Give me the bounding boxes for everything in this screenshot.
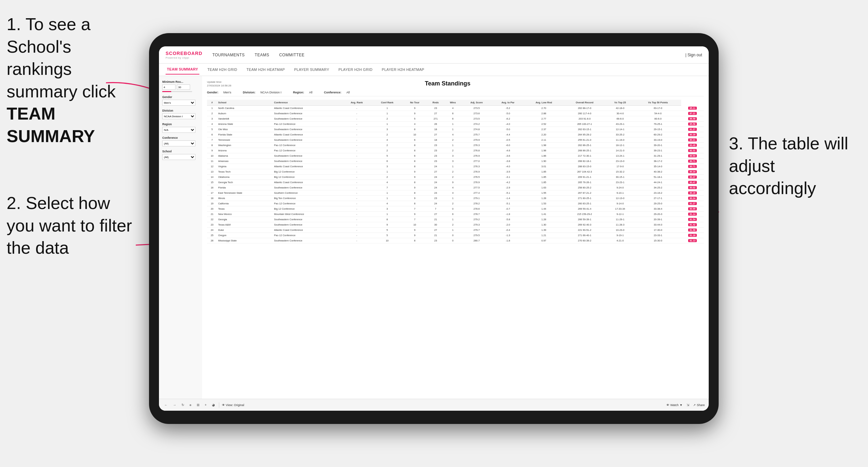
share-button[interactable]: ↗ Share [693,403,705,407]
cell-16-1: East Tennessee State [217,190,273,196]
cell-20-11: 215 159-29-2 [564,212,606,217]
table-row: 10AlabamaSoutheastern Conference-5623327… [207,153,704,159]
cell-12-6: 27 [427,169,444,175]
instruction-2-text: 2. Select how you want to filter the dat… [7,193,132,257]
cell-14-0: 15 [207,180,217,185]
cell-11-5: 8 [403,164,427,169]
cell-6-3: - [342,137,372,143]
cell-3-4: 1 [372,122,403,127]
toolbar-back[interactable]: ← [163,402,169,407]
cell-7-6: 23 [427,143,444,148]
col-adj-score: Adj. Score [461,100,492,106]
cell-5-4: 2 [372,132,403,137]
view-icon: 👁 [222,403,225,407]
nav-tournaments[interactable]: TOURNAMENTS [212,48,245,63]
filter-slider[interactable] [162,91,192,92]
cell-23-11: 221 90-51-2 [564,227,606,233]
table-row: 20TexasBig 12 Conference-3770278.6-0.71.… [207,206,704,212]
filter-school-select[interactable]: (All) [162,154,195,160]
filter-min-input[interactable] [162,85,176,90]
cell-19-0: 20 [207,206,217,212]
toolbar-clock[interactable]: ◕ [211,402,216,407]
toolbar-share-small[interactable]: ⎈ [188,402,193,407]
cell-3-5: 4 [403,122,427,127]
tab-team-h2h-grid[interactable]: TEAM H2H GRID [206,65,239,74]
tab-player-h2h-grid[interactable]: PLAYER H2H GRID [337,65,374,74]
toolbar-grid[interactable]: ⊞ [195,402,201,407]
cell-2-4: 2 [372,116,403,122]
watch-button[interactable]: 👁 Watch ▼ [666,403,683,407]
cell-25-11: 270 60-39-2 [564,238,606,243]
cell-2-5: 5 [403,116,427,122]
cell-6-10: 2.11 [524,137,563,143]
cell-19-8: 278.6 [461,206,492,212]
cell-17-4: 1 [372,196,403,201]
cell-14-8: 276.9 [461,180,492,185]
cell-23-0: 24 [207,227,217,233]
cell-17-1: Illinois [217,196,273,201]
toolbar-resize[interactable]: ⇲ [685,402,690,407]
toolbar-add[interactable]: + [203,402,208,407]
cell-17-3: - [342,196,372,201]
cell-2-14: 86.58 [681,116,704,122]
table-row: 6Florida StateAtlantic Coast Conference-… [207,132,704,137]
cell-9-6: 23 [427,153,444,159]
cell-20-8: 278.7 [461,212,492,217]
tab-player-summary[interactable]: PLAYER SUMMARY [293,65,331,74]
filter-region-select[interactable]: N/A All [162,127,195,133]
cell-14-11: 265 76-26-1 [564,180,606,185]
cell-12-10: 1.85 [524,169,563,175]
cell-10-8: 277.0 [461,159,492,164]
tab-team-h2h-heatmap[interactable]: TEAM H2H HEATMAP [245,65,286,74]
cell-4-14: 81.27 [681,127,704,132]
cell-21-14: 81.54 [681,217,704,222]
cell-23-13: 17-30-0 [634,227,681,233]
filter-gender-select[interactable]: Men's Women's [162,100,195,106]
cell-9-4: 5 [372,153,403,159]
tab-team-summary[interactable]: TEAM SUMMARY [165,65,199,74]
tab-player-h2h-heatmap[interactable]: PLAYER H2H HEATMAP [380,65,426,74]
cell-12-3: - [342,169,372,175]
cell-23-10: 1.39 [524,227,563,233]
nav-teams[interactable]: TEAMS [255,48,269,63]
cell-6-9: -0.5 [492,137,524,143]
cell-7-13: 39-20-1 [634,143,681,148]
cell-10-14: 80.71 [681,159,704,164]
filter-division-select[interactable]: NCAA Division I NCAA Division II NCAA Di… [162,113,195,119]
cell-13-7: 2 [444,175,461,180]
toolbar-forward[interactable]: → [172,402,178,407]
sign-out-button[interactable]: | Sign out [685,53,703,57]
cell-5-8: 275.7 [461,132,492,137]
cell-0-6: 23 [427,106,444,111]
cell-5-9: -4.4 [492,132,524,137]
table-row: 16FloridaSoutheastern Conference-7924427… [207,185,704,190]
cell-19-2: Big 12 Conference [273,206,342,212]
filter-conference-select[interactable]: (All) [162,141,195,146]
view-original-button[interactable]: 👁 View: Original [222,403,244,407]
cell-22-6: 30 [427,222,444,227]
tablet-screen: SCOREBOARD Powered by clippi TOURNAMENTS… [159,46,709,411]
cell-22-0: 23 [207,222,217,227]
cell-11-10: 3.01 [524,164,563,169]
cell-10-12: 23-13-0 [606,159,635,164]
cell-8-2: Pac-12 Conference [273,148,342,153]
cell-6-7: 2 [444,137,461,143]
filter-division: Division NCAA Division I NCAA Division I… [162,109,199,119]
cell-16-14: 80.16 [681,190,704,196]
cell-14-9: -4.2 [492,180,524,185]
cell-2-0: 3 [207,116,217,122]
toolbar-refresh[interactable]: ↻ [180,402,185,407]
cell-16-11: 267 87-21-2 [564,190,606,196]
cell-24-4: 5 [372,233,403,238]
table-header-area: Update time: 27/03/2024 16:56:26 Team St… [207,80,704,88]
cell-12-12: 15-32-2 [606,169,635,175]
cell-13-12: 30-15-1 [606,175,635,180]
table-row: 25OregonPac-12 Conference-59210279.5-1.3… [207,233,704,238]
score-badge: 80.21 [688,138,697,142]
cell-14-5: 8 [403,180,427,185]
filter-max-input[interactable] [177,85,190,90]
table-row: 19CaliforniaPac-12 Conference-48242278.2… [207,201,704,206]
cell-1-0: 2 [207,111,217,116]
cell-0-12: 42-18-0 [606,106,635,111]
nav-committee[interactable]: COMMITTEE [279,48,305,63]
